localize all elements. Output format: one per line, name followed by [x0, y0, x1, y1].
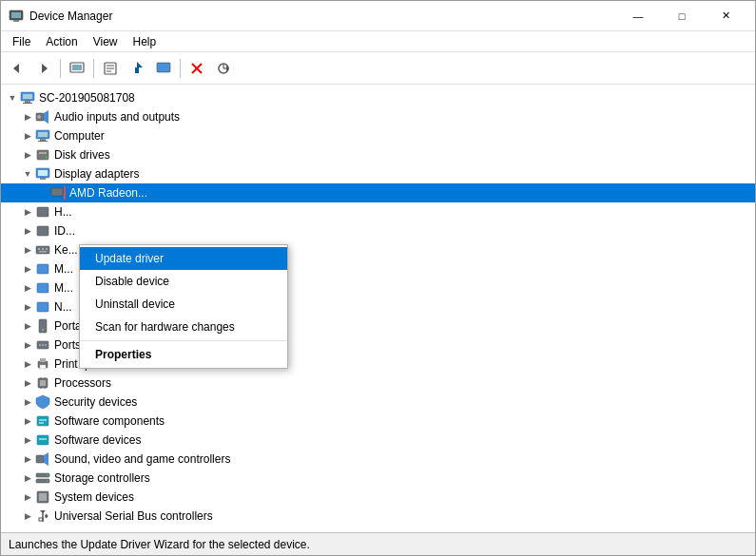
update-driver-button[interactable]	[125, 56, 149, 81]
expand-icon-usb: ▶	[20, 508, 35, 524]
display-icon	[156, 61, 171, 76]
menu-file[interactable]: File	[5, 33, 38, 50]
svg-rect-59	[40, 380, 46, 386]
tree-item-sound[interactable]: ▶ Sound, video and game controllers	[1, 450, 755, 469]
show-all-button[interactable]	[65, 56, 89, 81]
ctx-properties[interactable]: Properties	[80, 343, 287, 366]
sound-label: Sound, video and game controllers	[54, 452, 230, 466]
tree-item-hid[interactable]: ▶ H...	[1, 202, 755, 221]
svg-rect-69	[36, 455, 44, 463]
ports-icon	[35, 337, 50, 353]
svg-point-74	[47, 480, 48, 482]
tree-item-display[interactable]: ▼ Display adapters	[1, 164, 755, 183]
expand-icon-sound: ▶	[20, 451, 35, 467]
expand-icon-software-dev: ▶	[20, 432, 35, 448]
svg-rect-26	[37, 115, 41, 119]
display-button[interactable]	[151, 56, 176, 81]
keyboards-icon	[35, 242, 50, 258]
svg-rect-39	[37, 207, 48, 217]
expand-icon-software-comp: ▶	[20, 413, 35, 429]
keyboards-label: Ke...	[54, 243, 78, 257]
remove-icon	[189, 61, 204, 76]
ctx-uninstall-label: Uninstall device	[95, 297, 175, 311]
expand-icon-ide: ▶	[20, 223, 35, 239]
svg-marker-11	[137, 62, 143, 67]
svg-rect-57	[40, 365, 46, 369]
expand-icon-print: ▶	[20, 356, 35, 372]
tree-item-disk[interactable]: ▶ Disk drives	[1, 145, 755, 164]
forward-button[interactable]	[31, 56, 56, 81]
ctx-update-driver[interactable]: Update driver	[80, 247, 287, 270]
storage-label: Storage controllers	[54, 471, 150, 485]
svg-point-54	[45, 344, 47, 346]
tree-item-system[interactable]: ▶ System devices	[1, 488, 755, 507]
software-comp-label: Software components	[54, 414, 165, 428]
software-comp-icon	[35, 413, 50, 429]
network-icon	[35, 299, 50, 315]
back-icon	[10, 61, 25, 76]
svg-rect-30	[38, 141, 48, 142]
storage-icon	[35, 470, 50, 486]
minimize-button[interactable]: —	[616, 1, 660, 31]
computer-sm-icon	[35, 128, 50, 144]
close-button[interactable]: ✕	[704, 1, 747, 31]
ctx-update-label: Update driver	[95, 252, 164, 265]
expand-icon-keyboards: ▶	[20, 242, 35, 258]
mice-icon	[35, 261, 50, 277]
expand-icon-system: ▶	[20, 489, 35, 505]
display-child-label: AMD Radeon...	[69, 186, 147, 200]
tree-item-software-comp[interactable]: ▶ Software components	[1, 412, 755, 431]
svg-rect-23	[23, 103, 32, 104]
display-label: Display adapters	[54, 167, 139, 181]
properties-button[interactable]	[98, 56, 123, 81]
expand-icon-monitors: ▶	[20, 280, 35, 296]
ctx-uninstall-device[interactable]: Uninstall device	[80, 293, 287, 316]
ctx-scan-label: Scan for hardware changes	[95, 320, 235, 334]
tree-item-display-child[interactable]: AMD Radeon...	[1, 183, 755, 202]
audio-icon	[35, 109, 50, 125]
tree-item-processors[interactable]: ▶ Processors	[1, 374, 755, 393]
svg-rect-56	[40, 358, 46, 362]
app-icon	[9, 9, 24, 24]
ctx-scan-hardware[interactable]: Scan for hardware changes	[80, 316, 287, 338]
svg-rect-67	[37, 435, 48, 445]
monitors-label: M...	[54, 281, 73, 295]
tree-item-software-dev[interactable]: ▶ Software devices	[1, 431, 755, 450]
back-button[interactable]	[5, 56, 29, 81]
status-bar: Launches the Update Driver Wizard for th…	[1, 532, 755, 555]
monitors-icon	[35, 280, 50, 296]
expand-icon-security: ▶	[20, 394, 35, 410]
menu-view[interactable]: View	[86, 33, 126, 50]
tree-item-ide[interactable]: ▶ ID...	[1, 221, 755, 240]
svg-rect-36	[40, 178, 46, 180]
svg-rect-1	[11, 12, 21, 18]
remove-button[interactable]	[184, 56, 209, 81]
properties-icon	[103, 61, 118, 76]
menu-bar: File Action View Help	[1, 31, 755, 52]
ctx-separator	[80, 340, 287, 341]
menu-action[interactable]: Action	[38, 33, 85, 50]
svg-rect-42	[38, 248, 40, 250]
system-icon	[35, 489, 50, 505]
menu-help[interactable]: Help	[126, 33, 165, 50]
tree-item-computer[interactable]: ▶ Computer	[1, 126, 755, 145]
usb-icon	[35, 508, 50, 524]
scan-button[interactable]	[211, 56, 236, 81]
expand-icon-storage: ▶	[20, 470, 35, 486]
tree-item-security[interactable]: ▶ Security devices	[1, 393, 755, 412]
software-dev-label: Software devices	[54, 433, 141, 447]
mice-label: M...	[54, 262, 73, 276]
tree-item-root[interactable]: ▼ SC-201905081708	[1, 88, 755, 107]
svg-rect-40	[37, 226, 48, 236]
svg-rect-2	[13, 20, 19, 22]
tree-item-usb[interactable]: ▶ Universal Serial Bus controllers	[1, 507, 755, 526]
svg-point-53	[42, 344, 44, 346]
tree-item-audio[interactable]: ▶ Audio inputs and outputs	[1, 107, 755, 126]
svg-rect-28	[38, 132, 48, 137]
expand-icon-disk: ▶	[20, 147, 35, 163]
expand-icon-display-child	[35, 185, 50, 201]
tree-item-storage[interactable]: ▶ Storage controllers	[1, 469, 755, 488]
ctx-disable-device[interactable]: Disable device	[80, 270, 287, 293]
maximize-button[interactable]: □	[660, 1, 704, 31]
expand-icon-root: ▼	[5, 90, 20, 105]
